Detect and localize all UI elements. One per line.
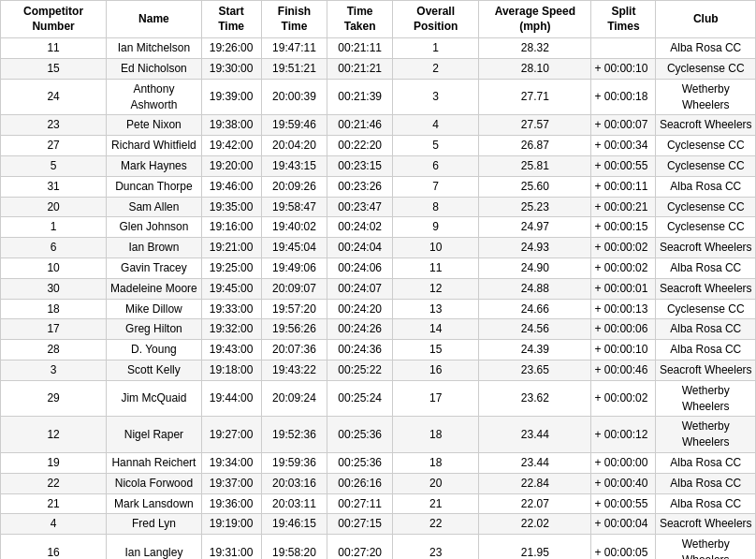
table-cell: + 00:00:15 [591, 217, 656, 238]
table-cell: Cyclesense CC [656, 155, 756, 176]
table-cell: 19:56:26 [261, 319, 327, 340]
table-cell: + 00:00:02 [591, 380, 656, 417]
table-cell: 19:51:21 [261, 58, 327, 79]
table-cell: 00:24:26 [327, 319, 393, 340]
table-cell: Cyclesense CC [656, 217, 756, 238]
table-row: 22Nicola Forwood19:37:0020:03:1600:26:16… [1, 473, 756, 493]
table-cell: 15 [392, 340, 479, 360]
table-cell: 16 [1, 535, 107, 559]
table-row: 5Mark Haynes19:20:0019:43:1500:23:15625.… [1, 155, 756, 176]
table-cell: 22 [1, 473, 107, 493]
table-cell: 22.07 [479, 493, 591, 514]
table-cell: 21 [392, 493, 479, 514]
table-cell: 21.95 [479, 535, 591, 559]
table-cell: Alba Rosa CC [656, 493, 756, 514]
table-cell: 25.23 [479, 197, 591, 217]
table-cell: 19:31:00 [201, 535, 261, 559]
table-cell: 28.10 [479, 58, 591, 79]
table-cell: Cyclesense CC [656, 58, 756, 79]
table-cell: Cyclesense CC [656, 299, 756, 319]
table-cell: 13 [392, 299, 479, 319]
table-cell: 19:59:36 [261, 452, 327, 473]
table-row: 30Madeleine Moore19:45:0020:09:0700:24:0… [1, 278, 756, 299]
table-cell: 23 [1, 115, 107, 136]
table-cell: 19:27:00 [201, 417, 261, 453]
table-cell: 1 [1, 217, 107, 238]
table-cell: 5 [1, 155, 107, 176]
table-cell: 23.44 [479, 417, 591, 453]
table-cell: Greg Hilton [107, 319, 201, 340]
table-cell: 5 [392, 136, 479, 156]
table-cell: 19:21:00 [201, 238, 261, 258]
table-cell: Seacroft Wheelers [656, 278, 756, 299]
table-cell: + 00:00:40 [591, 473, 656, 493]
table-row: 17Greg Hilton19:32:0019:56:2600:24:26142… [1, 319, 756, 340]
table-row: 19Hannah Reichert19:34:0019:59:3600:25:3… [1, 452, 756, 473]
table-cell: 25.81 [479, 155, 591, 176]
table-cell: D. Young [107, 340, 201, 360]
table-cell: Alba Rosa CC [656, 176, 756, 197]
table-cell: 19:49:06 [261, 257, 327, 278]
table-cell: 24 [1, 79, 107, 115]
table-cell: 00:21:21 [327, 58, 393, 79]
table-cell [591, 38, 656, 59]
table-cell: 00:21:11 [327, 38, 393, 59]
table-cell: 19:43:22 [261, 360, 327, 380]
table-row: 18Mike Dillow19:33:0019:57:2000:24:20132… [1, 299, 756, 319]
table-cell: + 00:00:55 [591, 155, 656, 176]
column-header: Split Times [591, 1, 656, 38]
table-cell: + 00:00:04 [591, 514, 656, 535]
table-cell: 19:33:00 [201, 299, 261, 319]
table-cell: 19:57:20 [261, 299, 327, 319]
table-cell: 19:20:00 [201, 155, 261, 176]
table-cell: 00:27:20 [327, 535, 393, 559]
table-cell: 00:22:20 [327, 136, 393, 156]
table-cell: 00:23:47 [327, 197, 393, 217]
table-cell: Jim McQuaid [107, 380, 201, 417]
table-cell: Cyclesense CC [656, 197, 756, 217]
table-cell: 00:24:36 [327, 340, 393, 360]
table-cell: 00:26:16 [327, 473, 393, 493]
table-cell: 24.93 [479, 238, 591, 258]
table-row: 24Anthony Ashworth19:39:0020:00:3900:21:… [1, 79, 756, 115]
column-header: Competitor Number [1, 1, 107, 38]
table-cell: Seacroft Wheelers [656, 115, 756, 136]
table-cell: Nigel Raper [107, 417, 201, 453]
table-cell: 19:44:00 [201, 380, 261, 417]
table-cell: 22 [392, 514, 479, 535]
table-cell: 23.44 [479, 452, 591, 473]
table-cell: + 00:00:05 [591, 535, 656, 559]
table-cell: 00:21:39 [327, 79, 393, 115]
table-cell: 20:09:26 [261, 176, 327, 197]
table-cell: Richard Whitfield [107, 136, 201, 156]
column-header: Overall Position [392, 1, 479, 38]
table-cell: 6 [392, 155, 479, 176]
table-cell: 00:23:26 [327, 176, 393, 197]
table-cell: 28.32 [479, 38, 591, 59]
table-cell: Alba Rosa CC [656, 257, 756, 278]
table-cell: + 00:00:55 [591, 493, 656, 514]
table-cell: 20:04:20 [261, 136, 327, 156]
table-cell: Alba Rosa CC [656, 340, 756, 360]
column-header: Finish Time [261, 1, 327, 38]
table-cell: Seacroft Wheelers [656, 238, 756, 258]
table-cell: 20:09:07 [261, 278, 327, 299]
table-cell: 19:38:00 [201, 115, 261, 136]
table-row: 4Fred Lyn19:19:0019:46:1500:27:152222.02… [1, 514, 756, 535]
table-cell: 24.39 [479, 340, 591, 360]
table-cell: Mike Dillow [107, 299, 201, 319]
table-cell: 10 [1, 257, 107, 278]
results-table: Competitor NumberNameStart TimeFinish Ti… [0, 0, 756, 559]
table-cell: + 00:00:34 [591, 136, 656, 156]
table-cell: 19:18:00 [201, 360, 261, 380]
table-cell: 24.97 [479, 217, 591, 238]
table-cell: 19:19:00 [201, 514, 261, 535]
table-cell: 19:34:00 [201, 452, 261, 473]
table-cell: 19:59:46 [261, 115, 327, 136]
table-row: 11Ian Mitchelson19:26:0019:47:1100:21:11… [1, 38, 756, 59]
table-cell: 19:46:00 [201, 176, 261, 197]
table-row: 27Richard Whitfield19:42:0020:04:2000:22… [1, 136, 756, 156]
table-cell: 19:25:00 [201, 257, 261, 278]
table-cell: 3 [392, 79, 479, 115]
table-cell: 19:32:00 [201, 319, 261, 340]
